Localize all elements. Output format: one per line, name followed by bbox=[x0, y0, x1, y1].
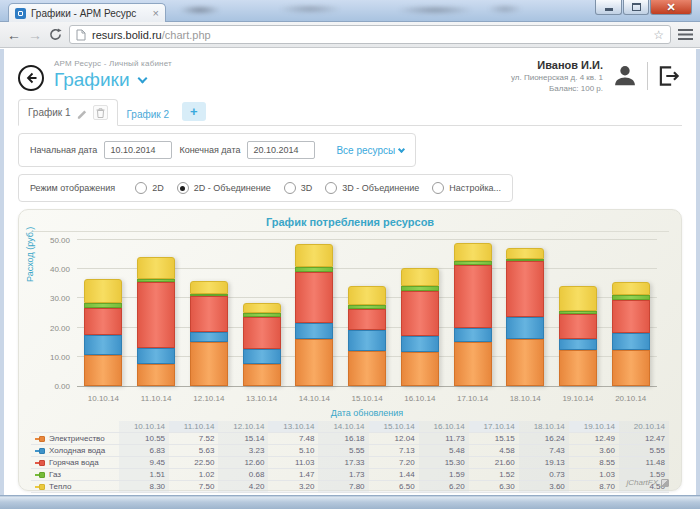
value-cell: 5.63 bbox=[169, 445, 218, 457]
segment-Тепло bbox=[84, 279, 122, 303]
mode-radio-3D - Объединение[interactable]: 3D - Объединение bbox=[325, 182, 419, 194]
x-axis-label: Дата обновления bbox=[77, 408, 657, 418]
mode-radio-Настройка...[interactable]: Настройка... bbox=[432, 182, 501, 194]
edit-pencil-icon[interactable] bbox=[76, 107, 88, 119]
value-cell: 3.20 bbox=[268, 481, 318, 493]
legend-marker-icon bbox=[35, 460, 45, 466]
page-icon bbox=[76, 29, 86, 41]
value-cell: 17.33 bbox=[318, 457, 368, 469]
bar-12.10.14[interactable] bbox=[182, 240, 235, 386]
segment-Электричество bbox=[454, 342, 492, 386]
series-label: Газ bbox=[31, 469, 119, 481]
start-date-input[interactable] bbox=[104, 141, 172, 159]
stacked-bar bbox=[295, 240, 333, 386]
delete-trash-icon[interactable] bbox=[93, 105, 108, 120]
bar-18.10.14[interactable] bbox=[499, 240, 552, 386]
table-date-header: 10.10.14 bbox=[119, 421, 169, 433]
segment-Горячая вода bbox=[612, 300, 650, 334]
x-tick-label: 17.10.14 bbox=[446, 394, 499, 403]
value-cell: 1.51 bbox=[119, 469, 169, 481]
display-mode-label: Режим отображения bbox=[30, 183, 115, 193]
value-cell: 8.55 bbox=[569, 457, 619, 469]
bar-11.10.14[interactable] bbox=[130, 240, 183, 386]
window-minimize-button[interactable] bbox=[595, 0, 622, 15]
bar-10.10.14[interactable] bbox=[77, 240, 130, 386]
segment-Электричество bbox=[190, 342, 228, 386]
mode-radio-label: 2D bbox=[152, 183, 164, 193]
value-cell: 12.04 bbox=[369, 433, 419, 445]
value-cell: 4.58 bbox=[469, 445, 519, 457]
y-tick-label: 10.00 bbox=[50, 352, 70, 361]
bar-16.10.14[interactable] bbox=[393, 240, 446, 386]
bar-17.10.14[interactable] bbox=[446, 240, 499, 386]
value-cell: 19.13 bbox=[519, 457, 569, 469]
user-avatar-icon[interactable] bbox=[611, 62, 639, 90]
bar-19.10.14[interactable] bbox=[552, 240, 605, 386]
value-cell: 5.48 bbox=[419, 445, 469, 457]
bar-13.10.14[interactable] bbox=[235, 240, 288, 386]
user-address: ул. Пионерская д. 4 кв. 1 bbox=[511, 73, 603, 82]
mode-radio-2D[interactable]: 2D bbox=[135, 182, 164, 194]
segment-Горячая вода bbox=[454, 265, 492, 328]
table-row: Электричество10.557.5215.147.4816.1812.0… bbox=[31, 433, 669, 445]
legend-marker-icon bbox=[35, 484, 45, 490]
browser-refresh-icon[interactable] bbox=[49, 28, 62, 41]
segment-Холодная вода bbox=[295, 323, 333, 339]
mode-radio-3D[interactable]: 3D bbox=[284, 182, 313, 194]
radio-icon[interactable] bbox=[135, 182, 147, 194]
radio-icon[interactable] bbox=[432, 182, 444, 194]
start-date-label: Начальная дата bbox=[30, 145, 97, 155]
segment-Холодная вода bbox=[454, 328, 492, 341]
browser-window: Графики - АРМ Ресурс × ✕ ← → resurs.boli… bbox=[0, 0, 700, 509]
radio-icon[interactable] bbox=[325, 182, 337, 194]
resources-dropdown[interactable]: Все ресурсы bbox=[336, 145, 404, 156]
segment-Холодная вода bbox=[612, 333, 650, 349]
value-cell: 6.50 bbox=[369, 481, 419, 493]
browser-toolbar: ← → resurs.bolid.ru/chart.php ☆ bbox=[0, 22, 700, 48]
bar-15.10.14[interactable] bbox=[341, 240, 394, 386]
value-cell: 7.50 bbox=[169, 481, 218, 493]
bookmark-star-icon[interactable]: ☆ bbox=[653, 29, 664, 41]
table-date-header: 20.10.14 bbox=[619, 421, 669, 433]
tab-grafik-1[interactable]: График 1 bbox=[18, 99, 118, 126]
radio-icon[interactable] bbox=[284, 182, 296, 194]
value-cell: 16.24 bbox=[519, 433, 569, 445]
table-date-header: 14.10.14 bbox=[318, 421, 368, 433]
browser-back-icon[interactable]: ← bbox=[7, 28, 21, 42]
mode-radio-2D - Объединение[interactable]: 2D - Объединение bbox=[177, 182, 271, 194]
value-cell: 11.73 bbox=[419, 433, 469, 445]
chevron-down-icon[interactable] bbox=[137, 73, 147, 83]
stacked-bar bbox=[559, 240, 597, 386]
browser-menu-icon[interactable] bbox=[678, 28, 693, 41]
add-tab-button[interactable]: + bbox=[182, 102, 206, 121]
value-cell: 1.73 bbox=[318, 469, 368, 481]
bar-20.10.14[interactable] bbox=[604, 240, 657, 386]
address-bar[interactable]: resurs.bolid.ru/chart.php ☆ bbox=[69, 25, 671, 44]
series-label: Горячая вода bbox=[31, 457, 119, 469]
radio-icon[interactable] bbox=[177, 182, 189, 194]
y-tick-label: 0.00 bbox=[54, 382, 70, 391]
segment-Электричество bbox=[295, 339, 333, 386]
browser-forward-icon[interactable]: → bbox=[28, 28, 42, 42]
url-text: resurs.bolid.ru/chart.php bbox=[92, 29, 647, 41]
tab-close-icon[interactable]: × bbox=[153, 8, 159, 19]
value-cell: 12.47 bbox=[619, 433, 669, 445]
jchartfx-icon bbox=[661, 479, 669, 487]
end-date-input[interactable] bbox=[247, 141, 315, 159]
url-domain: resurs.bolid.ru bbox=[92, 29, 162, 41]
window-maximize-button[interactable] bbox=[623, 0, 649, 15]
tab-grafik-2[interactable]: График 2 bbox=[118, 104, 179, 125]
segment-Электричество bbox=[243, 364, 281, 386]
value-cell: 5.55 bbox=[619, 445, 669, 457]
y-tick-label: 20.00 bbox=[50, 323, 70, 332]
logout-icon[interactable] bbox=[656, 63, 682, 89]
page-back-button[interactable] bbox=[18, 65, 44, 91]
segment-Тепло bbox=[401, 268, 439, 286]
segment-Тепло bbox=[295, 244, 333, 267]
favicon-icon bbox=[15, 8, 26, 19]
divider bbox=[647, 62, 648, 90]
bar-14.10.14[interactable] bbox=[288, 240, 341, 386]
browser-tab[interactable]: Графики - АРМ Ресурс × bbox=[8, 3, 166, 22]
segment-Тепло bbox=[612, 282, 650, 295]
window-close-button[interactable]: ✕ bbox=[650, 0, 692, 15]
